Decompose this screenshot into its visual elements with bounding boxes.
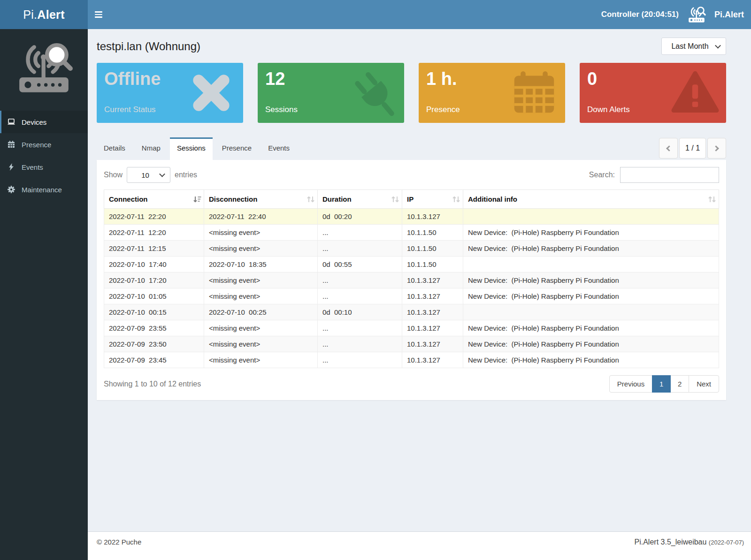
device-pager: 1 / 1 bbox=[659, 138, 726, 159]
cell-duration: ... bbox=[318, 336, 402, 352]
hamburger-menu-button[interactable] bbox=[88, 0, 109, 29]
cell-additional-info: New Device: (Pi-Hole) Raspberry Pi Found… bbox=[463, 320, 719, 336]
prev-device-button[interactable] bbox=[659, 138, 678, 159]
page-1-button[interactable]: 1 bbox=[652, 375, 671, 393]
router-search-icon bbox=[687, 7, 706, 23]
column-header-disconnection[interactable]: Disconnection bbox=[204, 190, 318, 209]
sort-desc-icon bbox=[193, 195, 201, 204]
cell-connection: 2022-07-09 23:45 bbox=[104, 352, 204, 368]
table-row: 2022-07-09 23:55 <missing event> ... 10.… bbox=[104, 320, 719, 336]
cell-connection: 2022-07-10 00:15 bbox=[104, 304, 204, 320]
chevron-left-icon bbox=[666, 145, 672, 151]
cell-connection: 2022-07-11 12:15 bbox=[104, 241, 204, 257]
show-label: Show bbox=[104, 171, 123, 179]
table-row: 2022-07-11 22:20 2022-07-11 22:40 0d 00:… bbox=[104, 209, 719, 225]
table-row: 2022-07-10 17:40 2022-07-10 18:35 0d 00:… bbox=[104, 257, 719, 272]
sidebar-item-label: Maintenance bbox=[22, 186, 62, 194]
table-row: 2022-07-11 12:15 <missing event> ... 10.… bbox=[104, 241, 719, 257]
sidebar-logo bbox=[0, 29, 88, 111]
sidebar-item-events[interactable]: Events bbox=[0, 156, 88, 178]
sessions-table: Connection bbox=[104, 189, 719, 368]
cell-additional-info bbox=[463, 304, 719, 320]
column-header-additional-info[interactable]: Additional info bbox=[463, 190, 719, 209]
page-length-select[interactable]: 10 bbox=[127, 167, 170, 183]
cell-duration: 0d 00:55 bbox=[318, 257, 402, 272]
cell-ip: 10.1.3.127 bbox=[402, 336, 463, 352]
table-row: 2022-07-09 23:50 <missing event> ... 10.… bbox=[104, 336, 719, 352]
cell-disconnection: 2022-07-10 18:35 bbox=[204, 257, 318, 272]
cell-disconnection: 2022-07-11 22:40 bbox=[204, 209, 318, 225]
sidebar-item-label: Presence bbox=[22, 141, 51, 149]
cell-connection: 2022-07-10 17:20 bbox=[104, 272, 204, 288]
next-page-button[interactable]: Next bbox=[689, 375, 719, 393]
cell-ip: 10.1.3.127 bbox=[402, 320, 463, 336]
controller-link[interactable]: Controller (20:04:51) bbox=[601, 10, 679, 19]
cell-additional-info bbox=[463, 257, 719, 272]
cell-additional-info: New Device: (Pi-Hole) Raspberry Pi Found… bbox=[463, 352, 719, 368]
cell-ip: 10.1.1.50 bbox=[402, 225, 463, 241]
cell-ip: 10.1.3.127 bbox=[402, 352, 463, 368]
cell-additional-info: New Device: (Pi-Hole) Raspberry Pi Found… bbox=[463, 288, 719, 304]
cell-connection: 2022-07-09 23:55 bbox=[104, 320, 204, 336]
table-row: 2022-07-10 17:20 <missing event> ... 10.… bbox=[104, 272, 719, 288]
tab-sessions[interactable]: Sessions bbox=[170, 137, 213, 160]
sort-icon bbox=[307, 195, 315, 204]
search-label: Search: bbox=[589, 171, 615, 179]
bolt-icon bbox=[7, 163, 15, 171]
tab-presence[interactable]: Presence bbox=[215, 137, 259, 160]
cell-additional-info bbox=[463, 209, 719, 225]
cell-additional-info: New Device: (Pi-Hole) Raspberry Pi Found… bbox=[463, 336, 719, 352]
entries-label: entries bbox=[175, 171, 197, 179]
device-pager-label: 1 / 1 bbox=[679, 138, 706, 159]
sidebar-item-maintenance[interactable]: Maintenance bbox=[0, 178, 88, 201]
laptop-icon bbox=[7, 118, 15, 126]
next-device-button[interactable] bbox=[707, 138, 726, 159]
tab-details[interactable]: Details bbox=[97, 137, 132, 160]
cell-ip: 10.1.3.127 bbox=[402, 209, 463, 225]
sidebar-item-presence[interactable]: Presence bbox=[0, 133, 88, 156]
cell-disconnection: <missing event> bbox=[204, 241, 318, 257]
sort-icon bbox=[391, 195, 399, 204]
content-area: testpi.lan (Wohnung) Last Month Offline … bbox=[88, 29, 751, 531]
cell-connection: 2022-07-11 22:20 bbox=[104, 209, 204, 225]
plug-icon bbox=[351, 70, 404, 123]
calendar-icon bbox=[7, 140, 15, 149]
search-input[interactable] bbox=[620, 167, 719, 183]
page-2-button[interactable]: 2 bbox=[670, 375, 689, 393]
navbar-right: Controller (20:04:51) Pi.Alert bbox=[601, 7, 751, 23]
cell-ip: 10.1.3.127 bbox=[402, 288, 463, 304]
copyright-text: © 2022 Puche bbox=[97, 538, 141, 560]
cell-duration: ... bbox=[318, 352, 402, 368]
navbar-brand-link[interactable]: Pi.Alert bbox=[714, 10, 744, 20]
table-row: 2022-07-10 01:05 <missing event> ... 10.… bbox=[104, 288, 719, 304]
cell-duration: ... bbox=[318, 225, 402, 241]
cell-connection: 2022-07-10 17:40 bbox=[104, 257, 204, 272]
cell-disconnection: <missing event> bbox=[204, 352, 318, 368]
sidebar-item-label: Devices bbox=[22, 118, 46, 126]
cell-connection: 2022-07-10 01:05 bbox=[104, 288, 204, 304]
previous-page-button[interactable]: Previous bbox=[609, 375, 652, 393]
tab-nmap[interactable]: Nmap bbox=[135, 137, 168, 160]
column-header-ip[interactable]: IP bbox=[402, 190, 463, 209]
column-header-duration[interactable]: Duration bbox=[318, 190, 402, 209]
table-row: 2022-07-10 00:15 2022-07-10 00:25 0d 00:… bbox=[104, 304, 719, 320]
hamburger-icon bbox=[95, 11, 102, 18]
cell-disconnection: 2022-07-10 00:25 bbox=[204, 304, 318, 320]
cell-duration: 0d 00:10 bbox=[318, 304, 402, 320]
cell-additional-info: New Device: (Pi-Hole) Raspberry Pi Found… bbox=[463, 272, 719, 288]
status-box-presence: 1 h. Presence bbox=[419, 63, 565, 123]
page-length-wrap: 10 bbox=[127, 167, 170, 183]
period-select[interactable]: Last Month bbox=[661, 38, 726, 55]
sidebar-item-devices[interactable]: Devices bbox=[0, 111, 88, 133]
sort-icon bbox=[452, 195, 460, 204]
tab-events[interactable]: Events bbox=[261, 137, 297, 160]
app-logo[interactable]: Pi.Alert bbox=[0, 0, 88, 29]
cell-ip: 10.1.3.127 bbox=[402, 304, 463, 320]
sidebar: Devices Presence Events bbox=[0, 29, 88, 560]
sessions-panel: Show 10 entries Search: bbox=[97, 160, 726, 400]
cell-ip: 10.1.1.50 bbox=[402, 257, 463, 272]
status-box-sessions: 12 Sessions bbox=[258, 63, 404, 123]
column-header-connection[interactable]: Connection bbox=[104, 190, 204, 209]
cell-connection: 2022-07-11 12:20 bbox=[104, 225, 204, 241]
cell-disconnection: <missing event> bbox=[204, 272, 318, 288]
